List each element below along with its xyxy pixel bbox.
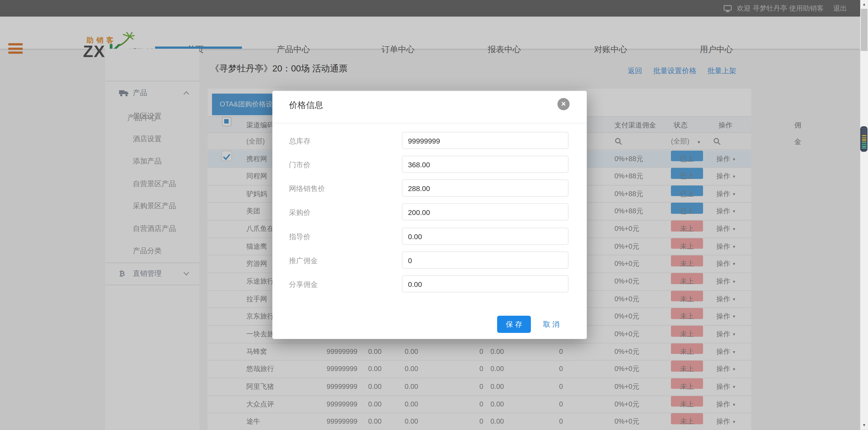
scroll-up-icon[interactable]: ▲ <box>860 0 868 9</box>
modal-title: 价格信息 <box>289 99 323 111</box>
field-input-4[interactable]: 200.00 <box>402 204 568 221</box>
field-label: 指导价 <box>289 232 311 242</box>
capture-widget[interactable] <box>860 126 867 152</box>
price-info-modal: 价格信息 × 总库存99999999门市价368.00网络销售价288.00采购… <box>272 91 587 339</box>
field-input-1[interactable]: 99999999 <box>402 132 568 149</box>
field-label: 采购价 <box>289 208 311 218</box>
scrollbar-thumb[interactable] <box>861 9 867 51</box>
field-input-2[interactable]: 368.00 <box>402 155 568 173</box>
save-button[interactable]: 保 存 <box>497 316 531 333</box>
scroll-down-icon[interactable]: ▼ <box>860 421 868 430</box>
divider <box>272 123 587 124</box>
app-window: 欢迎 寻梦牡丹亭 使用助销客 退出 助销客 ZX K 让景区智慧营销变得更智能 … <box>0 0 868 430</box>
field-label: 总库存 <box>289 136 311 146</box>
field-input-6[interactable]: 0 <box>402 252 568 269</box>
field-input-5[interactable]: 0.00 <box>402 228 568 245</box>
field-label: 推广佣金 <box>289 256 318 266</box>
browser-scrollbar[interactable]: ▲ ▼ <box>860 0 868 430</box>
field-label: 门市价 <box>289 160 311 170</box>
cancel-button[interactable]: 取 消 <box>543 316 559 333</box>
field-input-7[interactable]: 0.00 <box>402 276 568 293</box>
close-icon[interactable]: × <box>558 98 569 110</box>
field-input-3[interactable]: 288.00 <box>402 180 568 197</box>
field-label: 网络销售价 <box>289 184 325 194</box>
field-label: 分享佣金 <box>289 280 318 290</box>
